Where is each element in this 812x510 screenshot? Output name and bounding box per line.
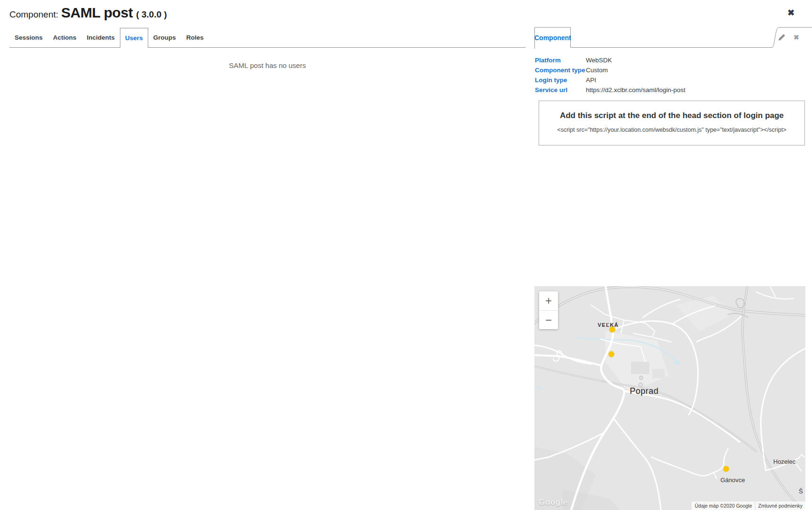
map-zoom-control: + − — [539, 291, 558, 329]
map-marker[interactable] — [609, 327, 615, 332]
tab-groups[interactable]: Groups — [148, 28, 181, 48]
field-value: https://d2.xclbr.com/saml/login-post — [586, 85, 685, 95]
tab-sessions[interactable]: Sessions — [9, 28, 48, 48]
google-logo[interactable]: Google — [539, 498, 568, 507]
map-label-velka: VEĽKÁ — [598, 322, 619, 328]
map-label-ganovce: Gánovce — [720, 476, 745, 484]
page-title: Component: SAML post ( 3.0.0 ) — [9, 5, 167, 21]
panel-tab-component[interactable]: Component — [534, 34, 571, 42]
tab-roles[interactable]: Roles — [181, 28, 209, 48]
component-version: ( 3.0.0 ) — [136, 9, 167, 20]
component-details: Platform WebSDK Component type Custom Lo… — [535, 55, 685, 95]
map-label-hozelec: Hozelec — [773, 458, 795, 465]
map-roads — [534, 286, 805, 510]
field-label: Platform — [535, 55, 586, 65]
map-marker[interactable] — [609, 351, 614, 357]
edit-icon[interactable] — [777, 33, 786, 42]
component-name: SAML post — [61, 5, 133, 21]
map-attribution: Údaje máp ©2020 Google Zmluvné podmienky — [692, 502, 805, 510]
map-terrain — [534, 296, 733, 510]
field-label: Service url — [535, 85, 586, 95]
zoom-out-button[interactable]: − — [539, 310, 558, 329]
tab-actions[interactable]: Actions — [48, 28, 82, 48]
close-icon[interactable]: ✖ — [787, 8, 795, 18]
page-title-prefix: Component: — [9, 9, 59, 20]
map-marker[interactable] — [723, 466, 729, 472]
main-tab-bar: Sessions Actions Incidents Users Groups … — [9, 28, 209, 48]
tab-incidents[interactable]: Incidents — [82, 28, 120, 48]
field-value: API — [586, 75, 596, 85]
google-map[interactable]: VEĽKÁ Poprad Hozelec Gánovce Š + − Googl… — [534, 286, 805, 510]
field-service-url: Service url https://d2.xclbr.com/saml/lo… — [535, 85, 685, 95]
tab-users[interactable]: Users — [120, 28, 148, 48]
script-instruction-box: Add this script at the end of the head s… — [539, 101, 805, 145]
field-login-type: Login type API — [535, 75, 685, 85]
field-label: Component type — [535, 65, 586, 75]
panel-tab-border — [534, 27, 812, 49]
map-label-poprad: Poprad — [630, 386, 659, 396]
empty-state-message: SAML post has no users — [9, 61, 525, 69]
field-value: Custom — [586, 65, 608, 75]
script-instruction-title: Add this script at the end of the head s… — [539, 111, 804, 120]
terms-link[interactable]: Zmluvné podmienky — [755, 502, 805, 510]
zoom-in-button[interactable]: + — [539, 291, 558, 310]
field-platform: Platform WebSDK — [535, 55, 685, 65]
panel-close-icon[interactable]: ✖ — [794, 34, 799, 41]
field-label: Login type — [535, 75, 586, 85]
script-snippet: <script src="https://your.location.com/w… — [539, 127, 804, 133]
map-data-attribution: Údaje máp ©2020 Google — [692, 502, 755, 510]
field-component-type: Component type Custom — [535, 65, 685, 75]
map-label-cut: Š — [799, 488, 803, 495]
field-value: WebSDK — [586, 55, 612, 65]
